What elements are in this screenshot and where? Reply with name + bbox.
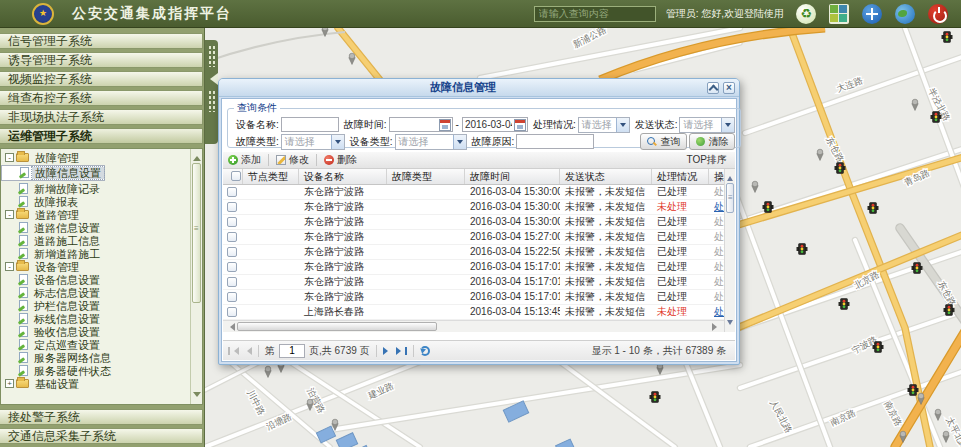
table-row[interactable]: 东仓路宁波路2016-03-04 15:30:00未报警，未发短信已处理处理	[223, 185, 735, 200]
device-type-select[interactable]: 请选择	[395, 134, 467, 150]
row-checkbox[interactable]	[227, 217, 237, 227]
add-button[interactable]: 添加	[223, 153, 266, 167]
clear-button[interactable]: 清除	[689, 133, 735, 150]
tree-leaf-item[interactable]: 定点巡查设置	[1, 338, 189, 351]
row-checkbox[interactable]	[227, 247, 237, 257]
sidebar-panel-视频监控子系统[interactable]: 视频监控子系统	[0, 71, 203, 87]
scroll-left-icon[interactable]	[226, 323, 235, 331]
scroll-down-icon[interactable]	[193, 392, 201, 401]
tree-leaf-item[interactable]: 标线信息设置	[1, 312, 189, 325]
sidebar-panel-运维管理子系统[interactable]: 运维管理子系统	[0, 128, 203, 144]
table-row[interactable]: 东仓路宁波路2016-03-04 15:17:01未报警，未发短信已处理处理	[223, 275, 735, 290]
power-icon[interactable]	[928, 4, 948, 24]
handle-status-select[interactable]: 请选择	[578, 117, 630, 133]
tree-toggle-icon[interactable]: +	[5, 379, 14, 388]
tree-leaf-item[interactable]: 护栏信息设置	[1, 299, 189, 312]
device-name-input[interactable]	[281, 117, 339, 132]
fault-reason-input[interactable]	[516, 134, 594, 149]
row-checkbox[interactable]	[227, 187, 237, 197]
tree-leaf-item[interactable]: 新增故障记录	[1, 182, 189, 195]
sidebar-panel-接处警子系统[interactable]: 接处警子系统	[0, 409, 203, 425]
first-page-button[interactable]	[228, 347, 239, 355]
tree-toggle-icon[interactable]: -	[5, 262, 14, 271]
dialog-close-icon[interactable]: ×	[723, 82, 735, 94]
tree-leaf-item[interactable]: 道路施工信息	[1, 234, 189, 247]
tree-leaf-item[interactable]: 新增道路施工	[1, 247, 189, 260]
column-header-故障时间[interactable]: 故障时间	[465, 169, 560, 184]
table-row[interactable]: 东仓路宁波路2016-03-04 15:30:00未报警，未发短信未处理处理	[223, 200, 735, 215]
recycle-icon[interactable]: ♻	[796, 4, 816, 24]
table-hscrollbar[interactable]	[223, 320, 724, 332]
sidebar-panel-非现场执法子系统[interactable]: 非现场执法子系统	[0, 109, 203, 125]
map-canvas[interactable]: 新浦公路大连路半泾北路东仓路青岛路北京路东仓路宁波路人民北路南京路南京路太平北路…	[205, 28, 961, 447]
fault-type-select[interactable]: 请选择	[281, 134, 345, 150]
tree-leaf-item[interactable]: 标志信息设置	[1, 286, 189, 299]
prev-page-button[interactable]	[243, 347, 252, 355]
fault-time-to-input[interactable]	[463, 118, 514, 131]
sidebar-panel-信号管理子系统[interactable]: 信号管理子系统	[0, 33, 203, 49]
row-checkbox[interactable]	[227, 262, 237, 272]
column-header-节点类型[interactable]: 节点类型	[243, 169, 299, 184]
tree-folder-item[interactable]: +基础设置	[1, 377, 189, 390]
scroll-thumb[interactable]	[192, 163, 201, 303]
delete-button[interactable]: 删除	[319, 153, 362, 167]
page-number-input[interactable]	[279, 344, 305, 358]
refresh-icon[interactable]	[420, 346, 430, 356]
sidebar-panel-交通信息采集子系统[interactable]: 交通信息采集子系统	[0, 428, 203, 444]
search-button[interactable]: 查询	[640, 133, 687, 150]
header-search-input[interactable]	[534, 6, 656, 22]
fault-time-from-input[interactable]	[390, 118, 439, 131]
column-header-处理情况[interactable]: 处理情况	[652, 169, 709, 184]
dialog-collapse-icon[interactable]	[707, 82, 719, 94]
tree-toggle-icon[interactable]: -	[5, 153, 14, 162]
row-checkbox[interactable]	[227, 277, 237, 287]
scroll-up-icon[interactable]	[727, 173, 733, 181]
tree-toggle-icon[interactable]: -	[5, 210, 14, 219]
table-row[interactable]: 上海路长春路2016-03-04 15:13:45未报警，未发短信未处理处理	[223, 305, 735, 320]
sidebar-panel-缉查布控子系统[interactable]: 缉查布控子系统	[0, 90, 203, 106]
column-header-发送状态[interactable]: 发送状态	[560, 169, 652, 184]
scroll-right-icon[interactable]	[712, 323, 721, 331]
calendar-icon[interactable]	[439, 119, 451, 131]
grid-apps-icon[interactable]	[829, 4, 849, 24]
scroll-up-icon[interactable]	[193, 152, 201, 161]
plus-icon[interactable]	[862, 4, 882, 24]
hscroll-thumb[interactable]	[237, 322, 437, 331]
table-row[interactable]: 东仓路宁波路2016-03-04 15:17:01未报警，未发短信已处理处理	[223, 290, 735, 305]
tree-leaf-item[interactable]: 服务器网络信息	[1, 351, 189, 364]
table-row[interactable]: 东仓路宁波路2016-03-04 15:22:50未报警，未发短信已处理处理	[223, 245, 735, 260]
send-status-select[interactable]: 请选择	[679, 117, 735, 133]
top-sort-link[interactable]: TOP排序	[687, 153, 727, 167]
sidebar-collapse-handle[interactable]	[205, 40, 218, 144]
tree-scrollbar[interactable]	[190, 149, 202, 404]
tree-leaf-item[interactable]: 验收信息设置	[1, 325, 189, 338]
table-row[interactable]: 东仓路宁波路2016-03-04 15:27:00未报警，未发短信已处理处理	[223, 230, 735, 245]
scroll-down-icon[interactable]	[727, 320, 733, 328]
tree-folder-item[interactable]: -设备管理	[1, 260, 189, 273]
globe-icon[interactable]	[895, 4, 915, 24]
header-checkbox[interactable]	[231, 171, 241, 181]
vscroll-thumb[interactable]	[726, 183, 734, 213]
table-row[interactable]: 东仓路宁波路2016-03-04 15:17:01未报警，未发短信已处理处理	[223, 260, 735, 275]
dialog-titlebar[interactable]: 故障信息管理 ×	[219, 79, 739, 97]
row-checkbox[interactable]	[227, 307, 237, 317]
tree-leaf-item[interactable]: 故障信息设置	[1, 165, 105, 181]
tree-folder-item[interactable]: -道路管理	[1, 208, 189, 221]
sidebar-panel-诱导管理子系统[interactable]: 诱导管理子系统	[0, 52, 203, 68]
column-header-设备名称[interactable]: 设备名称	[299, 169, 387, 184]
row-checkbox[interactable]	[227, 232, 237, 242]
last-page-button[interactable]	[396, 347, 407, 355]
tree-folder-item[interactable]: -故障管理	[1, 151, 189, 164]
tree-leaf-item[interactable]: 故障报表	[1, 195, 189, 208]
modify-button[interactable]: 修改	[271, 153, 314, 167]
row-checkbox[interactable]	[227, 292, 237, 302]
table-row[interactable]: 东仓路宁波路2016-03-04 15:30:00未报警，未发短信已处理处理	[223, 215, 735, 230]
row-checkbox[interactable]	[227, 202, 237, 212]
tree-leaf-item[interactable]: 服务器硬件状态	[1, 364, 189, 377]
calendar-icon[interactable]	[514, 119, 526, 131]
next-page-button[interactable]	[383, 347, 392, 355]
column-header-故障类型[interactable]: 故障类型	[387, 169, 465, 184]
tree-leaf-item[interactable]: 道路信息设置	[1, 221, 189, 234]
table-vscrollbar[interactable]	[724, 169, 735, 332]
tree-leaf-item[interactable]: 设备信息设置	[1, 273, 189, 286]
